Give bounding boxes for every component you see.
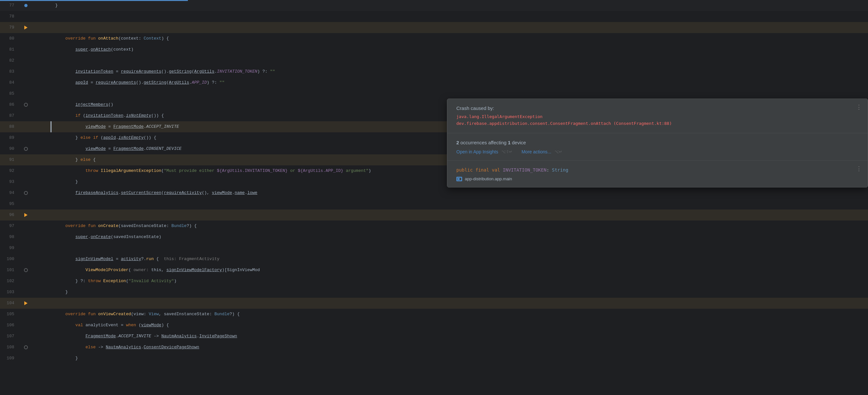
code-line-77: 77 }: [0, 0, 868, 11]
line-number: 90: [0, 143, 20, 154]
line-gutter: [20, 110, 32, 121]
line-gutter: [20, 154, 32, 165]
line-number: 94: [0, 188, 20, 198]
gutter-circle: [24, 103, 28, 107]
gutter-arrow: [24, 26, 28, 29]
line-number: 85: [0, 88, 20, 99]
occurrences-section: 2 occurrences affecting 1 device Open in…: [447, 133, 868, 161]
more-options-button-bottom[interactable]: ⋮: [856, 165, 863, 172]
gutter-arrow: [24, 301, 28, 305]
line-content: injectMembers(): [32, 88, 868, 99]
line-gutter: [20, 176, 32, 188]
line-content: }: [32, 276, 868, 287]
line-number: 96: [0, 209, 20, 221]
gutter-arrow: [24, 213, 28, 217]
line-number: 91: [0, 154, 20, 165]
line-number: 109: [0, 353, 20, 364]
more-options-button-top[interactable]: ⋮: [856, 104, 863, 111]
line-content: [32, 353, 868, 364]
line-gutter: [20, 276, 32, 287]
line-number: 105: [0, 309, 20, 320]
line-content: override fun onAttach(context: Context) …: [32, 22, 868, 33]
line-gutter: [20, 320, 32, 331]
gutter-circle: [24, 147, 28, 151]
code-line-106: 106 FragmentMode.ACCEPT_INVITE -> NautmA…: [0, 320, 868, 331]
code-line-99: 99 signInViewModel = activity?.run { thi…: [0, 243, 868, 254]
code-line-96: 96 override fun onCreate(savedInstanceSt…: [0, 209, 868, 221]
line-content: override fun onCreate(savedInstanceState…: [32, 209, 868, 221]
line-content: else -> NautmAnalytics.ConsentDevicePage…: [32, 331, 868, 342]
line-number: 82: [0, 55, 20, 66]
module-icon: [456, 177, 462, 181]
line-gutter: [20, 11, 32, 22]
code-line-107: 107 else -> NautmAnalytics.ConsentDevice…: [0, 331, 868, 342]
code-line-78: 78: [0, 11, 868, 22]
line-content: FragmentMode.ACCEPT_INVITE -> NautmAnaly…: [32, 320, 868, 331]
line-gutter: [20, 0, 32, 11]
crash-popup: ⋮ Crash caused by: java.lang.IllegalArgu…: [447, 98, 868, 188]
line-number: 77: [0, 0, 20, 11]
crash-info-section: ⋮ Crash caused by: java.lang.IllegalArgu…: [447, 99, 868, 133]
code-line-79: 79 override fun onAttach(context: Contex…: [0, 22, 868, 33]
line-content: [32, 77, 868, 88]
more-actions-shortcut: ⌥↵: [555, 149, 562, 154]
line-content: [32, 198, 868, 209]
line-number: 93: [0, 176, 20, 188]
more-actions-link[interactable]: More actions...: [522, 149, 551, 154]
line-content: val analyticEvent = when (viewMode) {: [32, 309, 868, 320]
line-gutter: [20, 99, 32, 110]
line-number: 89: [0, 132, 20, 143]
line-number: 99: [0, 243, 20, 254]
line-number: 106: [0, 320, 20, 331]
line-content: ViewModelProvider( owner: this, signInVi…: [32, 254, 868, 265]
code-line-81: 81: [0, 44, 868, 55]
line-number: 79: [0, 22, 20, 33]
code-line-105: 105 val analyticEvent = when (viewMode) …: [0, 309, 868, 320]
app-insights-shortcut: ⌥⇧↵: [501, 149, 513, 154]
line-content: [32, 231, 868, 243]
open-in-app-insights-link[interactable]: Open in App Insights: [456, 149, 498, 154]
line-number: 102: [0, 276, 20, 287]
line-gutter: [20, 88, 32, 99]
line-gutter: [20, 254, 32, 265]
line-number: 80: [0, 33, 20, 44]
crash-location: dev.firebase.appdistribution.consent.Con…: [456, 120, 859, 127]
occurrences-line: 2 occurrences affecting 1 device: [456, 140, 859, 145]
line-gutter: [20, 287, 32, 298]
code-line-95: 95: [0, 198, 868, 209]
line-number: 83: [0, 66, 20, 77]
code-line-85: 85 injectMembers(): [0, 88, 868, 99]
occurrences-label: occurrences affecting: [461, 140, 508, 145]
line-content: [32, 11, 868, 22]
line-content: override fun onViewCreated(view: View, s…: [32, 298, 868, 309]
crash-exception-class: java.lang.IllegalArgumentException: [456, 113, 859, 120]
code-line-94: 94: [0, 188, 868, 198]
code-line-83: 83 appId = requireArguments().getString(…: [0, 66, 868, 77]
line-content: }: [32, 342, 868, 353]
code-line-101: 101 } ?: throw Exception("Invalid Activi…: [0, 265, 868, 276]
line-gutter: [20, 132, 32, 143]
line-gutter: [20, 22, 32, 33]
code-line-97: 97 super.onCreate(savedInstanceState): [0, 221, 868, 231]
code-line-109: 109: [0, 353, 868, 364]
code-line-102: 102 }: [0, 276, 868, 287]
module-line: app-distribution.app.main: [456, 176, 859, 181]
line-content: super.onAttach(context): [32, 33, 868, 44]
line-content: super.onCreate(savedInstanceState): [32, 221, 868, 231]
line-gutter: [20, 331, 32, 342]
line-number: 86: [0, 99, 20, 110]
line-content: invitationToken = requireArguments().get…: [32, 55, 868, 66]
line-content: signInViewModel = activity?.run { this: …: [32, 243, 868, 254]
line-gutter: [20, 265, 32, 276]
line-gutter: [20, 165, 32, 176]
code-line-84: 84: [0, 77, 868, 88]
svg-rect-2: [458, 178, 460, 180]
code-line-98: 98: [0, 231, 868, 243]
line-number: 103: [0, 287, 20, 298]
line-number: 100: [0, 254, 20, 265]
line-number: 88: [0, 121, 20, 132]
line-number: 97: [0, 221, 20, 231]
gutter-circle: [24, 345, 28, 349]
code-line-100: 100 ViewModelProvider( owner: this, sign…: [0, 254, 868, 265]
line-gutter: [20, 298, 32, 309]
